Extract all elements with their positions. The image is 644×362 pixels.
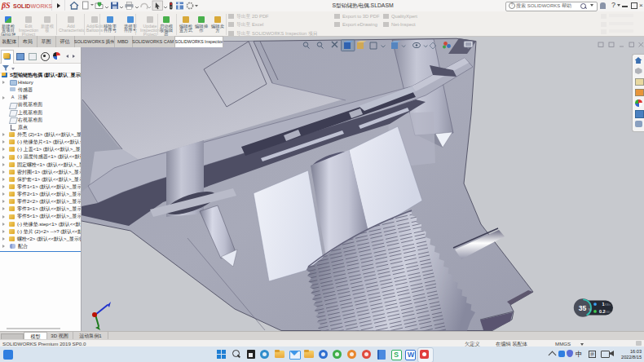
svg-text:KB/s: KB/s	[605, 303, 611, 307]
svg-text:KB/s: KB/s	[606, 311, 611, 314]
svg-text:0.2: 0.2	[599, 309, 606, 314]
svg-text:35: 35	[579, 304, 587, 312]
svg-text:%: %	[589, 308, 591, 311]
